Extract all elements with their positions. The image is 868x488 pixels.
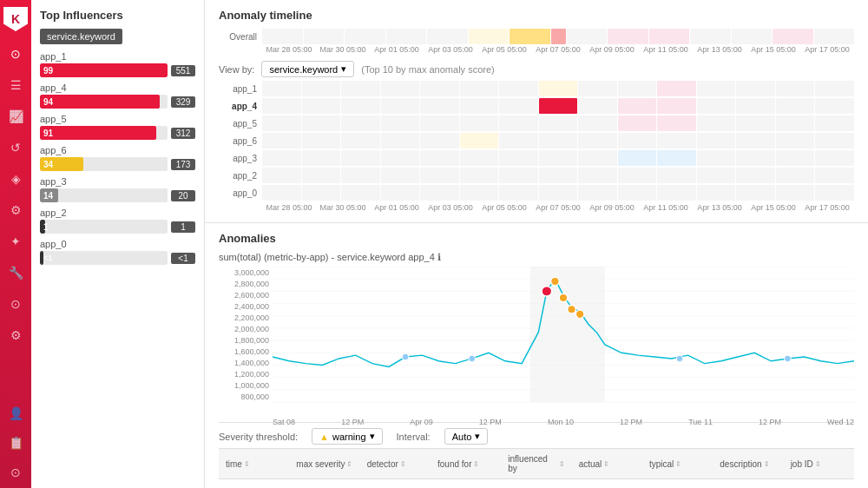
- timeline-row-app2: app_2: [219, 168, 854, 183]
- sort-icon: ⇕: [244, 460, 250, 468]
- view-by-label: View by:: [219, 64, 254, 75]
- th-influenced-by[interactable]: influenced by ⇕: [501, 452, 571, 475]
- sort-icon: ⇕: [400, 460, 406, 468]
- panel-title: Top Influencers: [40, 9, 195, 22]
- th-actual[interactable]: actual ⇕: [572, 452, 642, 475]
- list-item[interactable]: app_3 14 20: [40, 176, 195, 202]
- interval-dropdown[interactable]: Auto ▾: [444, 428, 489, 445]
- timeline-row-app3: app_3: [219, 150, 854, 166]
- timeline-dates: Mar 28 05:00 Mar 30 05:00 Apr 01 05:00 A…: [262, 45, 854, 54]
- timeline-row-app6: app_6: [219, 133, 854, 148]
- timeline-row-app0: app_0: [219, 185, 854, 201]
- anomalies-section: Anomalies sum(total) (metric-by-app) - s…: [205, 223, 868, 488]
- sidebar-icon-list[interactable]: 📋: [7, 434, 24, 452]
- svg-point-19: [469, 355, 476, 362]
- severity-label: Severity threshold:: [219, 432, 298, 442]
- sort-icon: ⇕: [815, 460, 821, 468]
- sidebar-icon-star[interactable]: ✦: [7, 233, 24, 250]
- view-by-note: (Top 10 by max anomaly score): [361, 64, 494, 75]
- logo[interactable]: K: [3, 7, 28, 31]
- chevron-down-icon: ▾: [341, 63, 346, 75]
- th-time[interactable]: time ⇕: [219, 452, 289, 475]
- sidebar-icon-eye[interactable]: ⊙: [7, 295, 24, 313]
- sidebar-icon-chart[interactable]: 📈: [7, 108, 24, 125]
- timeline-overall-row: Overall: [219, 29, 854, 44]
- sidebar-icon-gear[interactable]: ⚙: [7, 326, 24, 344]
- sort-icon: ⇕: [603, 460, 609, 468]
- list-item[interactable]: app_1 99 551: [40, 51, 195, 77]
- list-item[interactable]: app_0 <1 <1: [40, 239, 195, 265]
- sidebar-icon-wrench[interactable]: 🔧: [7, 264, 24, 281]
- th-description[interactable]: description ⇕: [713, 452, 783, 475]
- sidebar-icon-bookmark[interactable]: ◈: [7, 170, 24, 188]
- svg-point-17: [575, 310, 584, 318]
- timeline-section: Anomaly timeline Overall: [205, 0, 868, 223]
- chart-container: 3,000,000 2,800,000 2,600,000 2,400,000 …: [219, 267, 854, 419]
- th-max-severity[interactable]: max severity ⇕: [289, 452, 359, 475]
- timeline-row-app4: app_4: [219, 98, 854, 114]
- severity-dropdown[interactable]: ▲ warning ▾: [312, 428, 382, 445]
- svg-rect-0: [530, 267, 605, 402]
- svg-point-20: [676, 355, 683, 362]
- svg-point-14: [551, 277, 560, 285]
- th-detector[interactable]: detector ⇕: [360, 452, 431, 475]
- interval-label: Interval:: [397, 432, 431, 442]
- sort-icon: ⇕: [559, 460, 565, 468]
- list-item[interactable]: app_6 34 173: [40, 145, 195, 171]
- keyword-filter[interactable]: service.keyword: [40, 29, 122, 44]
- sort-icon: ⇕: [346, 460, 352, 468]
- sidebar-bottom: 👤 📋 ⊙: [7, 405, 24, 481]
- timeline-row-app5: app_5: [219, 115, 854, 131]
- y-axis: 3,000,000 2,800,000 2,600,000 2,400,000 …: [219, 267, 273, 419]
- sidebar-icon-menu[interactable]: ☰: [7, 76, 24, 94]
- app-timeline-rows: app_1 app_4 app_5 app_6: [219, 81, 854, 201]
- sidebar-icon-home[interactable]: ⊙: [7, 45, 24, 63]
- chart-svg-wrapper: Sat 08 12 PM Apr 09 12 PM Mon 10 12 PM T…: [273, 267, 854, 419]
- th-job-id[interactable]: job ID ⇕: [784, 452, 854, 475]
- sidebar-icon-refresh[interactable]: ↺: [7, 139, 24, 156]
- x-axis-labels: Sat 08 12 PM Apr 09 12 PM Mon 10 12 PM T…: [273, 418, 854, 426]
- sidebar: K ⊙ ☰ 📈 ↺ ◈ ⚙ ✦ 🔧 ⊙ ⚙ 👤 📋 ⊙: [0, 0, 31, 488]
- svg-point-16: [568, 305, 576, 313]
- anomalies-title: Anomalies: [219, 232, 854, 245]
- svg-point-18: [402, 353, 409, 360]
- chevron-down-icon: ▾: [370, 431, 375, 442]
- sidebar-icon-circle[interactable]: ⊙: [7, 464, 24, 481]
- chart-svg: [273, 267, 854, 419]
- view-by-row: View by: service.keyword ▾ (Top 10 by ma…: [219, 56, 854, 81]
- th-typical[interactable]: typical ⇕: [642, 452, 713, 475]
- sort-icon: ⇕: [764, 460, 770, 468]
- table-header: time ⇕ max severity ⇕ detector ⇕ found f…: [219, 448, 854, 479]
- svg-point-15: [559, 293, 568, 301]
- timeline-row-app1: app_1: [219, 81, 854, 96]
- left-panel: Top Influencers service.keyword app_1 99…: [31, 0, 205, 488]
- sort-icon: ⇕: [675, 460, 681, 468]
- svg-point-13: [542, 287, 551, 296]
- timeline-dates-bottom: Mar 28 05:00 Mar 30 05:00 Apr 01 05:00 A…: [262, 203, 854, 212]
- list-item[interactable]: app_2 1 1: [40, 208, 195, 234]
- chart-subtitle: sum(total) (metric-by-app) - service.key…: [219, 252, 854, 263]
- view-by-dropdown[interactable]: service.keyword ▾: [261, 61, 354, 77]
- chevron-down-icon: ▾: [475, 431, 480, 442]
- list-item[interactable]: app_5 91 312: [40, 114, 195, 140]
- timeline-title: Anomaly timeline: [219, 9, 854, 22]
- th-found-for[interactable]: found for ⇕: [431, 452, 501, 475]
- list-item[interactable]: app_4 94 329: [40, 82, 195, 109]
- info-icon[interactable]: ℹ: [437, 252, 441, 262]
- svg-point-21: [785, 355, 792, 362]
- warning-triangle-icon: ▲: [319, 432, 329, 442]
- sidebar-icon-user[interactable]: 👤: [7, 405, 24, 422]
- sort-icon: ⇕: [473, 460, 479, 468]
- sidebar-icon-settings[interactable]: ⚙: [7, 201, 24, 219]
- main-content: Anomaly timeline Overall: [205, 0, 868, 488]
